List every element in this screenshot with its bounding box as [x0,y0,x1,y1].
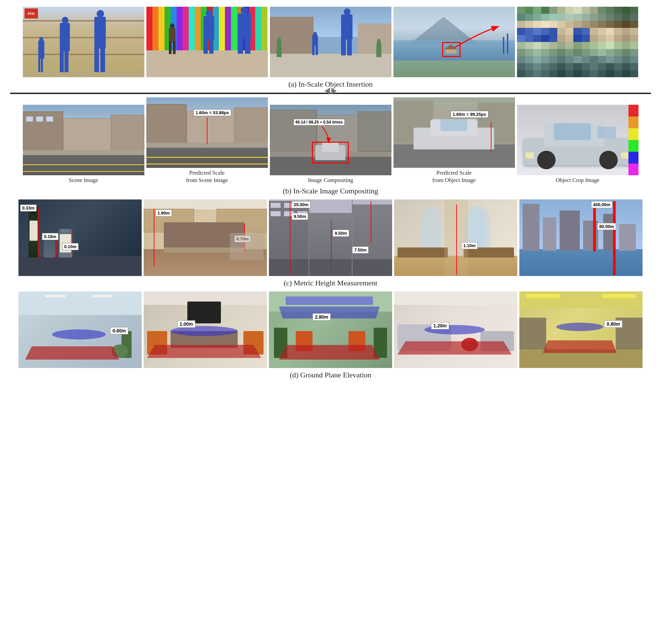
c-image-2: 1.90m 0.70m [144,200,267,276]
caption-a: (a) In-Scale Object Insertion [10,80,651,89]
b-image-2: 1.60m = 53.88px Predicted Scalefrom Scen… [146,97,268,184]
c-image-1: 0.33m 0.18m 0.10m [19,200,142,276]
b-label-3: Image Compositing [308,177,353,184]
caption-d: (d) Ground Plane Elevation [10,371,651,380]
c-image-4: 1.10m [394,200,517,276]
a-image-3 [270,7,392,77]
section-b-images: Scene Image 1.60m = 53.88px [10,97,651,184]
section-d: 0.60m [10,292,651,380]
b-label-4: Predicted Scalefrom Object Image [432,169,476,184]
a-image-5 [517,7,638,77]
section-c: 0.33m 0.18m 0.10m [10,200,651,288]
d-image-2: 1.00m [144,292,267,368]
section-a: DER [10,7,651,94]
b-label-2: Predicted Scalefrom Scene Image [186,169,228,184]
caption-b-text: (b) In-Scale Image Compositing [283,187,378,195]
caption-c: (c) Metric Height Measurement [10,279,651,288]
a-image-1: DER [23,7,144,77]
section-divider [10,93,651,94]
d-image-4: 1.20m [394,292,517,368]
b-image-1: Scene Image [23,105,144,184]
b-label-5: Object Crop Image [556,177,599,184]
section-b: Scene Image 1.60m = 53.88px [10,97,651,196]
a-image-4 [394,7,515,77]
b-image-3: 40.14 / 99.25 ≈ 0.54 times Image Composi… [270,105,392,184]
section-d-images: 0.60m [10,292,651,368]
section-a-images: DER [10,7,651,77]
a-image-2 [146,7,268,77]
b-image-4: 1.60m = 99.25px Predicted Scalefrom Obje… [394,97,515,184]
c-image-5: 400.00m 80.00m [519,200,642,276]
section-c-images: 0.33m 0.18m 0.10m [10,200,651,276]
d-image-3: 2.80m [269,292,392,368]
b-label-1: Scene Image [69,177,98,184]
divider-arrows [325,92,337,94]
caption-d-text: (d) Ground Plane Elevation [290,371,371,379]
main-container: DER [0,0,661,390]
c-image-3: 25.00m 9.50m 9.50m 7.50m [269,200,392,276]
caption-b: (b) In-Scale Image Compositing [10,187,651,196]
caption-c-text: (c) Metric Height Measurement [284,279,377,287]
caption-a-text: (a) In-Scale Object Insertion [288,80,373,88]
d-image-1: 0.60m [19,292,142,368]
d-image-5: 0.80m [519,292,642,368]
b-image-5: Object Crop Image [517,105,638,184]
